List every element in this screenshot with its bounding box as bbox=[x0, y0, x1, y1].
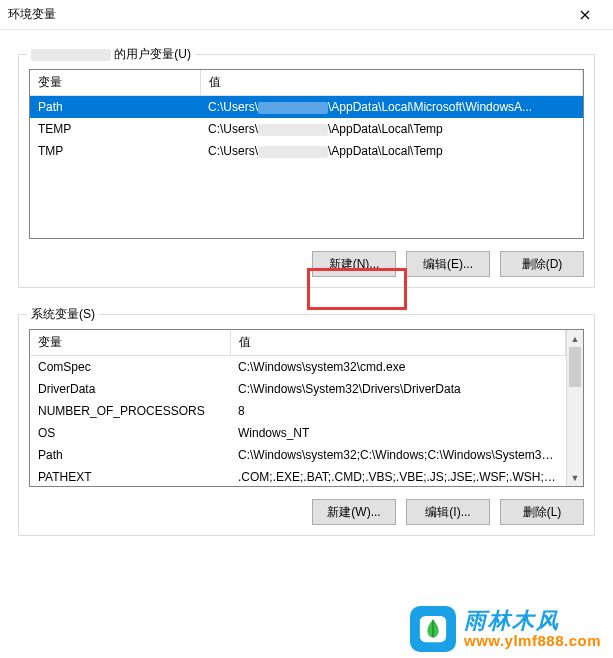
redacted-username bbox=[258, 124, 328, 136]
column-header-value[interactable]: 值 bbox=[230, 330, 566, 356]
sys-new-button[interactable]: 新建(W)... bbox=[312, 499, 396, 525]
column-header-variable[interactable]: 变量 bbox=[30, 70, 200, 96]
cell-value: C:\Users\\AppData\Local\Temp bbox=[200, 118, 583, 140]
user-vars-group-label: 的用户变量(U) bbox=[27, 46, 195, 63]
sys-vars-table-wrap[interactable]: 变量 值 ComSpecC:\Windows\system32\cmd.exeD… bbox=[29, 329, 584, 487]
cell-variable: TMP bbox=[30, 140, 200, 162]
dialog-content: 的用户变量(U) 变量 值 PathC:\Users\\AppData\Loca… bbox=[0, 30, 613, 536]
svg-rect-0 bbox=[420, 616, 446, 642]
redacted-username bbox=[258, 102, 328, 114]
user-delete-button[interactable]: 删除(D) bbox=[500, 251, 584, 277]
cell-value: C:\Users\\AppData\Local\Temp bbox=[200, 140, 583, 162]
cell-variable: Path bbox=[30, 444, 230, 466]
column-header-variable[interactable]: 变量 bbox=[30, 330, 230, 356]
cell-value: C:\Users\\AppData\Local\Microsoft\Window… bbox=[200, 96, 583, 119]
table-row[interactable]: PATHEXT.COM;.EXE;.BAT;.CMD;.VBS;.VBE;.JS… bbox=[30, 466, 566, 487]
window-title: 环境变量 bbox=[8, 6, 565, 23]
watermark-text-cn: 雨林木风 bbox=[464, 609, 601, 633]
cell-value: C:\Windows\System32\Drivers\DriverData bbox=[230, 378, 566, 400]
sys-vars-buttons: 新建(W)... 编辑(I)... 删除(L) bbox=[29, 499, 584, 525]
cell-value: C:\Windows\system32\cmd.exe bbox=[230, 356, 566, 379]
cell-value: 8 bbox=[230, 400, 566, 422]
sys-vars-group-label: 系统变量(S) bbox=[27, 306, 99, 323]
column-header-value[interactable]: 值 bbox=[200, 70, 583, 96]
cell-variable: Path bbox=[30, 96, 200, 119]
table-row[interactable]: PathC:\Users\\AppData\Local\Microsoft\Wi… bbox=[30, 96, 583, 119]
user-vars-group: 的用户变量(U) 变量 值 PathC:\Users\\AppData\Loca… bbox=[18, 54, 595, 288]
cell-variable: OS bbox=[30, 422, 230, 444]
cell-variable: TEMP bbox=[30, 118, 200, 140]
user-new-button[interactable]: 新建(N)... bbox=[312, 251, 396, 277]
sys-delete-button[interactable]: 删除(L) bbox=[500, 499, 584, 525]
table-row[interactable]: TMPC:\Users\\AppData\Local\Temp bbox=[30, 140, 583, 162]
cell-variable: PATHEXT bbox=[30, 466, 230, 487]
cell-variable: DriverData bbox=[30, 378, 230, 400]
table-row[interactable]: DriverDataC:\Windows\System32\Drivers\Dr… bbox=[30, 378, 566, 400]
redacted-username bbox=[31, 49, 111, 61]
scroll-down-icon[interactable]: ▼ bbox=[567, 469, 583, 486]
table-row[interactable]: PathC:\Windows\system32;C:\Windows;C:\Wi… bbox=[30, 444, 566, 466]
scroll-track[interactable] bbox=[567, 347, 583, 469]
table-row[interactable]: NUMBER_OF_PROCESSORS8 bbox=[30, 400, 566, 422]
redacted-username bbox=[258, 146, 328, 158]
titlebar: 环境变量 bbox=[0, 0, 613, 30]
sys-vars-group: 系统变量(S) 变量 值 ComSpecC:\Windows\system32\… bbox=[18, 314, 595, 536]
watermark-url: www.ylmf888.com bbox=[464, 633, 601, 650]
sys-vars-table: 变量 值 ComSpecC:\Windows\system32\cmd.exeD… bbox=[30, 330, 566, 487]
close-icon[interactable] bbox=[565, 1, 605, 29]
user-vars-buttons: 新建(N)... 编辑(E)... 删除(D) bbox=[29, 251, 584, 277]
cell-value: C:\Windows\system32;C:\Windows;C:\Window… bbox=[230, 444, 566, 466]
cell-value: .COM;.EXE;.BAT;.CMD;.VBS;.VBE;.JS;.JSE;.… bbox=[230, 466, 566, 487]
watermark-logo-icon bbox=[410, 606, 456, 652]
watermark: 雨林木风 www.ylmf888.com bbox=[410, 606, 601, 652]
table-row[interactable]: TEMPC:\Users\\AppData\Local\Temp bbox=[30, 118, 583, 140]
table-row[interactable]: ComSpecC:\Windows\system32\cmd.exe bbox=[30, 356, 566, 379]
scroll-thumb[interactable] bbox=[569, 347, 581, 387]
scroll-up-icon[interactable]: ▲ bbox=[567, 330, 583, 347]
table-row[interactable]: OSWindows_NT bbox=[30, 422, 566, 444]
user-vars-table-wrap[interactable]: 变量 值 PathC:\Users\\AppData\Local\Microso… bbox=[29, 69, 584, 239]
cell-variable: NUMBER_OF_PROCESSORS bbox=[30, 400, 230, 422]
user-vars-table: 变量 值 PathC:\Users\\AppData\Local\Microso… bbox=[30, 70, 583, 162]
vertical-scrollbar[interactable]: ▲ ▼ bbox=[566, 330, 583, 486]
cell-variable: ComSpec bbox=[30, 356, 230, 379]
cell-value: Windows_NT bbox=[230, 422, 566, 444]
user-edit-button[interactable]: 编辑(E)... bbox=[406, 251, 490, 277]
sys-edit-button[interactable]: 编辑(I)... bbox=[406, 499, 490, 525]
